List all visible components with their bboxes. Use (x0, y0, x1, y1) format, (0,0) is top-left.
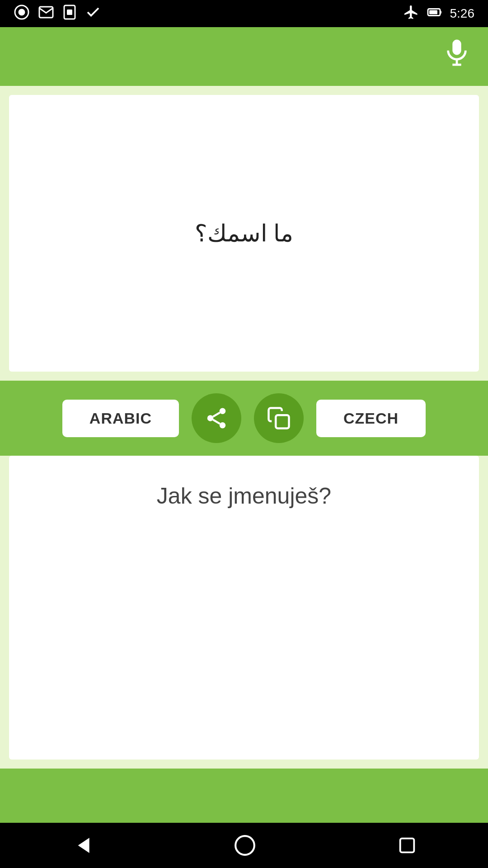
task-icon (85, 4, 101, 24)
airplane-icon (403, 4, 419, 24)
svg-point-18 (235, 836, 254, 855)
target-text: Jak se jmenuješ? (157, 483, 331, 509)
svg-point-1 (19, 9, 25, 15)
main-content: ما اسمك؟ ARABIC CZECH Jak se jmenuješ? (0, 86, 488, 823)
bottom-bar (0, 769, 488, 823)
svg-line-14 (213, 420, 220, 424)
status-icons-left (14, 4, 101, 24)
svg-rect-4 (67, 9, 72, 15)
battery-icon (427, 4, 443, 24)
back-icon (70, 834, 93, 857)
message-icon (14, 4, 30, 24)
source-panel: ما اسمك؟ (9, 95, 479, 372)
android-nav-bar (0, 823, 488, 868)
home-circle-icon (234, 834, 256, 857)
status-icons-right: 5:26 (403, 4, 475, 24)
share-icon (204, 406, 229, 430)
czech-language-button[interactable]: CZECH (316, 400, 426, 437)
home-button[interactable] (234, 834, 256, 857)
language-bar: ARABIC CZECH (0, 381, 488, 456)
time-display: 5:26 (450, 6, 475, 21)
share-button[interactable] (192, 393, 241, 443)
mic-icon (444, 38, 470, 75)
recents-icon (397, 835, 418, 856)
svg-marker-17 (78, 838, 89, 853)
mic-button[interactable] (444, 38, 470, 75)
svg-point-11 (220, 408, 226, 415)
target-panel: Jak se jmenuješ? (9, 456, 479, 760)
sim-icon (62, 4, 77, 24)
copy-icon (267, 406, 291, 430)
gmail-icon (38, 4, 54, 24)
top-toolbar (0, 27, 488, 86)
svg-rect-6 (429, 10, 437, 14)
svg-rect-19 (400, 839, 414, 853)
svg-rect-16 (276, 415, 289, 428)
svg-rect-8 (452, 39, 461, 55)
copy-button[interactable] (254, 393, 304, 443)
svg-point-13 (220, 422, 226, 429)
recents-button[interactable] (397, 835, 418, 856)
svg-line-15 (213, 413, 220, 417)
status-bar: 5:26 (0, 0, 488, 27)
svg-rect-7 (440, 11, 441, 14)
svg-point-12 (207, 415, 214, 421)
source-text: ما اسمك؟ (195, 220, 293, 247)
arabic-language-button[interactable]: ARABIC (62, 400, 179, 437)
back-button[interactable] (70, 834, 93, 857)
